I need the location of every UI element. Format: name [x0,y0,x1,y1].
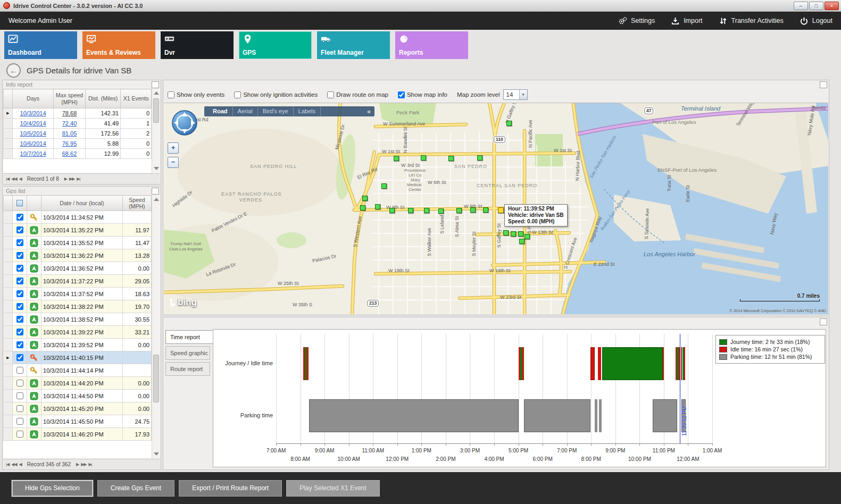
gps-marker-selected[interactable] [498,207,504,213]
close-button[interactable]: × [825,2,839,10]
map-style-road[interactable]: Road [208,107,233,116]
day-link[interactable]: 10/5/2014 [20,130,46,137]
map-panel-collapse-button[interactable] [820,81,827,88]
gps-list-row[interactable]: 10/3/2014 11:46:20 PM17.93 [4,428,152,441]
report-tab-time-report[interactable]: Time report [165,330,213,344]
gps-marker[interactable] [506,121,512,126]
gps-point-checkbox[interactable] [16,341,23,348]
maximize-button[interactable]: □ [809,2,823,10]
pager-button[interactable]: ▶▶ [69,177,74,181]
gps-list-row[interactable]: 10/3/2014 11:38:22 PM19.70 [4,300,152,313]
pager-button[interactable]: ◀◀ [11,177,16,181]
gps-list-row[interactable]: 10/3/2014 11:37:52 PM18.63 [4,288,152,300]
scroll-down-icon[interactable] [154,167,159,170]
map-style-labels[interactable]: Labels [294,107,321,116]
scroll-up-icon[interactable] [154,91,159,95]
back-button[interactable]: ← [6,63,21,78]
gps-marker[interactable] [524,234,530,239]
scroll-down-icon[interactable] [154,452,159,456]
gps-marker[interactable] [375,204,380,209]
map-canvas[interactable]: Peck ParkCrest RdW Summerland AveMirales… [164,103,828,314]
map-option-show-only-events[interactable]: Show only events [168,91,224,98]
select-all-checkbox[interactable] [16,200,23,206]
logout-button[interactable]: Logout [800,16,832,26]
option-checkbox[interactable] [398,91,405,98]
day-link[interactable]: 10/6/2014 [20,140,46,147]
column-header[interactable]: Date / hour (local) [41,196,123,211]
info-report-collapse-button[interactable] [152,81,159,88]
gps-point-checkbox[interactable] [16,329,23,335]
gps-marker[interactable] [518,231,523,237]
map-option-draw-route-on-map[interactable]: Draw route on map [327,91,388,98]
gps-point-checkbox[interactable] [16,252,23,259]
gps-marker[interactable] [456,208,462,213]
create-gps-event-button[interactable]: Create Gps Event [97,480,174,497]
info-report-row[interactable]: 10/5/201481.05172.562 [4,129,152,139]
minimize-button[interactable]: – [794,2,808,10]
settings-button[interactable]: Settings [618,16,655,26]
gps-point-checkbox[interactable] [16,239,23,246]
day-link[interactable]: 10/4/2014 [20,120,46,127]
gps-marker[interactable] [470,207,476,213]
gps-marker[interactable] [394,156,399,161]
pager-button[interactable]: ◀ [19,177,22,181]
gps-list-row[interactable]: 10/3/2014 11:44:50 PM0.00 [4,390,152,402]
column-header[interactable]: Days [13,89,54,108]
gps-marker[interactable] [362,196,368,201]
gps-point-checkbox[interactable] [16,265,23,272]
gps-list-row[interactable]: 10/3/2014 11:36:52 PM0.00 [4,262,152,275]
map-option-show-map-info[interactable]: Show map info [398,91,447,98]
gps-list-row[interactable]: 10/3/2014 11:37:22 PM29.05 [4,275,152,288]
scroll-up-icon[interactable] [154,198,159,201]
pager-button[interactable]: |◀ [6,462,9,467]
map-zoom-out-button[interactable]: − [168,157,179,168]
option-checkbox[interactable] [234,91,241,98]
gps-list-row[interactable]: 10/3/2014 11:44:14 PM [4,364,152,377]
day-link[interactable]: 10/3/2014 [20,110,46,116]
gps-list-row[interactable]: 10/3/2014 11:44:20 PM0.00 [4,377,152,390]
map-zoom-select[interactable]: 14▾ [503,89,528,100]
module-tab-dashboard[interactable]: Dashboard [4,31,77,59]
gps-list-row[interactable]: 10/3/2014 11:34:52 PM [4,211,152,224]
module-tab-dvr[interactable]: Dvr [161,31,234,59]
gps-marker[interactable] [381,183,387,189]
info-report-scrollbar[interactable] [152,89,160,173]
column-header[interactable]: Dist. (Miles) [85,89,120,108]
gps-list-row[interactable]: 10/3/2014 11:39:22 PM33.21 [4,326,152,339]
gps-point-checkbox[interactable] [16,405,23,412]
gps-point-checkbox[interactable] [16,316,23,323]
transfer-activities-button[interactable]: Transfer Activities [719,16,784,26]
day-link[interactable]: 10/7/2014 [20,150,46,157]
gps-marker[interactable] [477,155,482,161]
gps-point-checkbox[interactable] [16,367,23,374]
module-tab-fleet-manager[interactable]: Fleet Manager [317,31,390,59]
gps-marker[interactable] [519,239,524,244]
hide-gps-selection-button[interactable]: Hide Gps Selection [12,480,93,497]
pager-button[interactable]: ▶ [64,177,67,181]
play-selected-x1-event-button[interactable]: Play Selected X1 Event [286,480,379,497]
gps-point-checkbox[interactable] [16,418,23,425]
gps-point-checkbox[interactable] [16,278,23,284]
max-speed-link[interactable]: 81.05 [62,130,77,137]
pager-button[interactable]: ▶ [76,462,79,467]
max-speed-link[interactable]: 76.95 [62,140,77,147]
scroll-thumb[interactable] [153,98,159,123]
report-tab-speed-graphic[interactable]: Speed graphic [165,346,210,360]
module-tab-gps[interactable]: GPS [239,31,312,59]
gps-point-checkbox[interactable] [16,226,23,233]
report-tab-route-report[interactable]: Route report [165,362,210,376]
gps-marker[interactable] [421,155,426,161]
gps-list-row[interactable]: ▶10/3/2014 11:40:15 PM [4,351,152,364]
module-tab-reports[interactable]: Reports [395,31,468,59]
gps-point-checkbox[interactable] [16,380,23,387]
gps-point-checkbox[interactable] [16,290,23,297]
chevron-down-icon[interactable]: ▾ [519,90,527,99]
gps-marker[interactable] [483,207,488,213]
gps-point-checkbox[interactable] [16,354,23,361]
option-checkbox[interactable] [327,91,334,98]
gps-list-collapse-button[interactable] [152,188,159,195]
gps-point-checkbox[interactable] [16,214,23,221]
gps-marker[interactable] [448,156,454,161]
gps-list-row[interactable]: 10/3/2014 11:38:52 PM30.55 [4,313,152,326]
info-report-row[interactable]: 10/6/201476.955.880 [4,139,152,149]
